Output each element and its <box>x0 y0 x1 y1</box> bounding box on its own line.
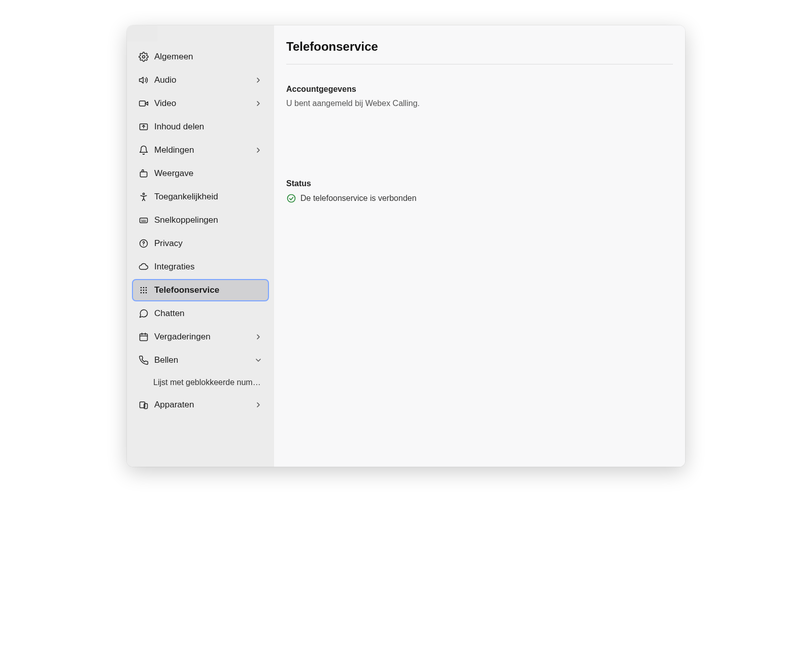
sidebar-item-label: Integraties <box>154 262 263 272</box>
chevron-down-icon <box>254 356 263 365</box>
sidebar-item-label: Privacy <box>154 238 263 249</box>
sidebar-item-bellen[interactable]: Bellen <box>132 349 269 371</box>
chat-icon <box>138 308 149 319</box>
status-text: De telefoonservice is verbonden <box>300 194 417 203</box>
sidebar-item-toegankelijkheid[interactable]: Toegankelijkheid <box>132 186 269 208</box>
account-text: U bent aangemeld bij Webex Calling. <box>286 99 673 108</box>
gear-icon <box>138 51 149 62</box>
svg-point-10 <box>143 287 145 289</box>
svg-point-0 <box>143 56 145 58</box>
settings-window: Algemeen Audio Video Inhoud delen <box>127 25 685 467</box>
settings-sidebar: Algemeen Audio Video Inhoud delen <box>127 25 274 467</box>
speaker-icon <box>138 75 149 86</box>
chevron-right-icon <box>254 99 263 108</box>
keyboard-icon <box>138 215 149 226</box>
divider <box>286 64 673 64</box>
sidebar-item-inhoud-delen[interactable]: Inhoud delen <box>132 116 269 138</box>
status-heading: Status <box>286 179 673 188</box>
sidebar-item-label: Audio <box>154 75 254 85</box>
check-circle-icon <box>286 193 296 203</box>
sidebar-item-telefoonservice[interactable]: Telefoonservice <box>132 279 269 301</box>
share-screen-icon <box>138 121 149 132</box>
dialpad-icon <box>138 285 149 296</box>
status-section: Status De telefoonservice is verbonden <box>286 179 673 203</box>
phone-icon <box>138 355 149 366</box>
sidebar-item-video[interactable]: Video <box>132 92 269 115</box>
sidebar-item-audio[interactable]: Audio <box>132 69 269 91</box>
window-titlebar-stub <box>127 25 157 42</box>
svg-point-9 <box>141 287 142 289</box>
main-content: Telefoonservice Accountgegevens U bent a… <box>274 25 685 467</box>
svg-rect-7 <box>140 218 148 223</box>
sidebar-item-label: Vergaderingen <box>154 332 254 342</box>
sidebar-item-meldingen[interactable]: Meldingen <box>132 139 269 161</box>
sidebar-item-label: Snelkoppelingen <box>154 215 263 225</box>
chevron-right-icon <box>254 332 263 341</box>
sidebar-sub-item-blocked-list[interactable]: Lijst met geblokkeerde num… <box>132 372 269 393</box>
svg-point-16 <box>143 292 145 294</box>
svg-rect-5 <box>140 172 147 177</box>
svg-point-13 <box>143 290 145 291</box>
sidebar-item-label: Bellen <box>154 355 254 365</box>
sidebar-item-label: Meldingen <box>154 145 254 155</box>
svg-rect-2 <box>140 101 146 106</box>
page-title: Telefoonservice <box>286 40 673 54</box>
appearance-icon <box>138 168 149 179</box>
svg-point-6 <box>143 193 144 195</box>
sidebar-sub-item-label: Lijst met geblokkeerde num… <box>153 378 261 387</box>
bell-icon <box>138 145 149 156</box>
svg-point-12 <box>141 290 142 291</box>
sidebar-item-label: Chatten <box>154 308 263 319</box>
sidebar-item-vergaderingen[interactable]: Vergaderingen <box>132 326 269 348</box>
accessibility-icon <box>138 191 149 202</box>
sidebar-item-apparaten[interactable]: Apparaten <box>132 394 269 416</box>
sidebar-item-algemeen[interactable]: Algemeen <box>132 46 269 68</box>
svg-point-21 <box>288 195 295 202</box>
svg-rect-18 <box>140 334 148 340</box>
svg-point-15 <box>141 292 142 294</box>
svg-point-11 <box>146 287 147 289</box>
devices-icon <box>138 399 149 410</box>
calendar-icon <box>138 331 149 342</box>
chevron-right-icon <box>254 400 263 409</box>
video-icon <box>138 98 149 109</box>
chevron-right-icon <box>254 146 263 155</box>
svg-marker-3 <box>145 102 148 106</box>
sidebar-item-chatten[interactable]: Chatten <box>132 302 269 325</box>
account-heading: Accountgegevens <box>286 85 673 94</box>
cloud-icon <box>138 261 149 272</box>
sidebar-item-label: Toegankelijkheid <box>154 192 263 202</box>
svg-marker-1 <box>140 77 144 83</box>
sidebar-item-label: Weergave <box>154 168 263 179</box>
chevron-right-icon <box>254 76 263 85</box>
sidebar-item-weergave[interactable]: Weergave <box>132 162 269 185</box>
privacy-icon <box>138 238 149 249</box>
sidebar-item-snelkoppelingen[interactable]: Snelkoppelingen <box>132 209 269 231</box>
svg-point-17 <box>146 292 147 294</box>
sidebar-item-label: Inhoud delen <box>154 122 263 132</box>
sidebar-item-integraties[interactable]: Integraties <box>132 256 269 278</box>
sidebar-item-label: Algemeen <box>154 52 263 62</box>
svg-point-14 <box>146 290 147 291</box>
sidebar-item-label: Apparaten <box>154 400 254 410</box>
sidebar-item-label: Telefoonservice <box>154 285 263 295</box>
sidebar-item-privacy[interactable]: Privacy <box>132 232 269 255</box>
sidebar-item-label: Video <box>154 98 254 109</box>
account-section: Accountgegevens U bent aangemeld bij Web… <box>286 85 673 108</box>
